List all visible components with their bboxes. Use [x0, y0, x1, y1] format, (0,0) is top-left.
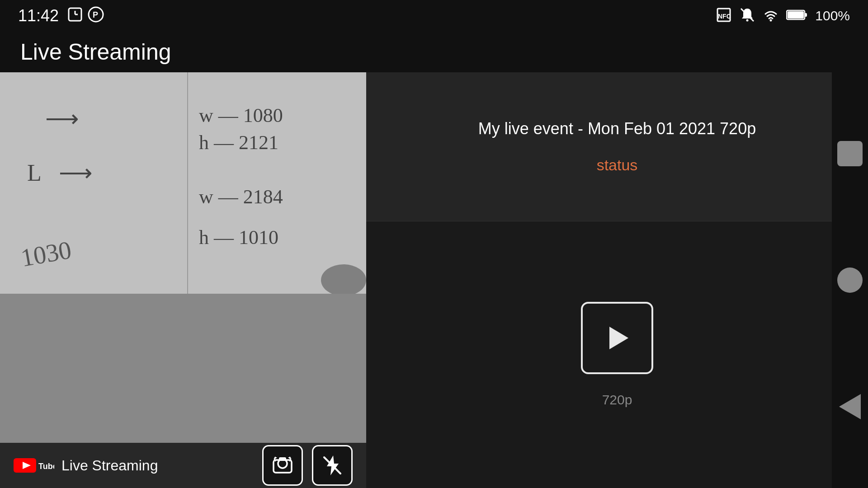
- event-info: My live event - Mon Feb 01 2021 720p sta…: [366, 72, 868, 221]
- svg-marker-32: [609, 327, 628, 349]
- battery-percentage: 100%: [815, 8, 850, 23]
- right-panel: My live event - Mon Feb 01 2021 720p sta…: [366, 72, 868, 488]
- quality-label: 720p: [602, 392, 632, 408]
- status-bar-right: NFC 100: [716, 7, 850, 25]
- svg-text:w — 1080: w — 1080: [199, 104, 283, 127]
- svg-text:⟶: ⟶: [45, 106, 79, 131]
- youtube-logo: Tube: [14, 456, 54, 474]
- camera-panel: ⟶ L ⟶ w — 1080 h — 2121 w — 2184 h — 101…: [0, 72, 366, 488]
- svg-text:h — 2121: h — 2121: [199, 131, 278, 154]
- status-bar: 11:42 P NFC: [0, 0, 868, 32]
- clock-icon: [67, 6, 83, 26]
- svg-rect-12: [788, 11, 804, 19]
- svg-text:Tube: Tube: [38, 462, 54, 471]
- stream-controls: 720p: [366, 221, 868, 488]
- record-button[interactable]: [837, 267, 863, 293]
- event-status: status: [597, 156, 638, 174]
- svg-text:h — 1010: h — 1010: [199, 226, 278, 249]
- svg-text:P: P: [93, 10, 98, 19]
- nfc-icon: NFC: [716, 7, 732, 25]
- svg-rect-28: [274, 460, 292, 473]
- svg-point-8: [746, 19, 749, 22]
- play-button[interactable]: [581, 302, 653, 374]
- camera-feed: ⟶ L ⟶ w — 1080 h — 2121 w — 2184 h — 101…: [0, 72, 366, 294]
- stop-button[interactable]: [837, 141, 863, 166]
- main-content: ⟶ L ⟶ w — 1080 h — 2121 w — 2184 h — 101…: [0, 72, 868, 488]
- svg-text:⟶: ⟶: [59, 160, 93, 186]
- page-title: Live Streaming: [20, 39, 171, 65]
- title-bar: Live Streaming: [0, 32, 868, 72]
- side-nav: [832, 72, 868, 488]
- battery-icon: [786, 9, 808, 23]
- channel-label: Live Streaming: [61, 457, 158, 474]
- control-buttons: [262, 445, 353, 486]
- svg-text:w — 2184: w — 2184: [199, 186, 283, 208]
- yt-brand: Tube Live Streaming: [14, 456, 158, 474]
- status-bar-left: 11:42 P: [18, 6, 104, 26]
- svg-rect-29: [279, 457, 286, 461]
- event-title: My live event - Mon Feb 01 2021 720p: [478, 119, 756, 138]
- svg-point-9: [770, 19, 772, 22]
- back-button[interactable]: [839, 394, 861, 419]
- status-icons: P: [67, 6, 104, 26]
- svg-text:L: L: [27, 160, 42, 186]
- bell-mute-icon: [739, 7, 755, 25]
- bottom-bar: Tube Live Streaming: [0, 443, 366, 488]
- svg-text:NFC: NFC: [718, 13, 731, 20]
- wifi-icon: [763, 7, 779, 25]
- parking-icon: P: [88, 6, 104, 26]
- flash-off-button[interactable]: [312, 445, 353, 486]
- camera-flip-button[interactable]: [262, 445, 303, 486]
- svg-rect-11: [805, 13, 807, 17]
- status-time: 11:42: [18, 6, 59, 25]
